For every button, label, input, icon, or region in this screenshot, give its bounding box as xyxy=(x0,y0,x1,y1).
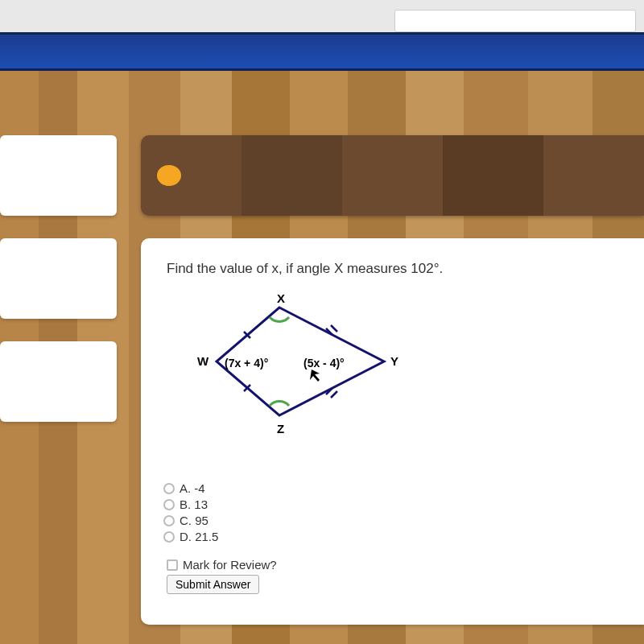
left-slot-3[interactable] xyxy=(0,341,117,422)
svg-marker-7 xyxy=(310,369,320,382)
radio-icon xyxy=(163,499,175,510)
chat-icon[interactable] xyxy=(157,165,181,186)
option-a[interactable]: A. -4 xyxy=(163,481,618,495)
question-prompt: Find the value of x, if angle X measures… xyxy=(167,261,618,277)
svg-line-6 xyxy=(331,391,337,398)
option-b[interactable]: B. 13 xyxy=(163,497,618,511)
vertex-x-label: X xyxy=(277,293,285,305)
answer-options: A. -4 B. 13 C. 95 D. 21.5 xyxy=(163,481,618,543)
question-card: Find the value of x, if angle X measures… xyxy=(141,238,644,625)
angle-y-expression: (5x - 4)° xyxy=(303,357,345,369)
svg-line-4 xyxy=(331,325,337,332)
checkbox-icon xyxy=(167,559,178,571)
kite-diagram: X W Y Z (7x + 4)° (5x - 4)° xyxy=(191,293,618,449)
submit-button[interactable]: Submit Answer xyxy=(167,575,259,594)
radio-icon xyxy=(163,515,175,526)
left-slot-1[interactable] xyxy=(0,135,117,216)
vertex-w-label: W xyxy=(197,354,209,368)
option-a-label: A. -4 xyxy=(180,481,205,495)
left-slot-2[interactable] xyxy=(0,238,117,319)
option-d[interactable]: D. 21.5 xyxy=(163,530,618,543)
option-d-label: D. 21.5 xyxy=(180,530,218,543)
radio-icon xyxy=(163,483,175,494)
radio-icon xyxy=(163,531,175,543)
mark-label: Mark for Review? xyxy=(183,558,277,572)
browser-chrome xyxy=(0,0,644,32)
workspace: Find the value of x, if angle X measures… xyxy=(0,71,644,644)
mark-for-review[interactable]: Mark for Review? xyxy=(167,558,618,572)
header-bar xyxy=(0,32,644,71)
toolbar-panel xyxy=(141,135,644,216)
option-c[interactable]: C. 95 xyxy=(163,514,618,527)
left-panel xyxy=(0,135,117,444)
option-b-label: B. 13 xyxy=(180,497,208,511)
address-bar[interactable] xyxy=(394,10,636,32)
option-c-label: C. 95 xyxy=(180,514,208,527)
vertex-z-label: Z xyxy=(277,422,284,436)
vertex-y-label: Y xyxy=(390,354,398,368)
angle-w-expression: (7x + 4)° xyxy=(225,357,268,369)
